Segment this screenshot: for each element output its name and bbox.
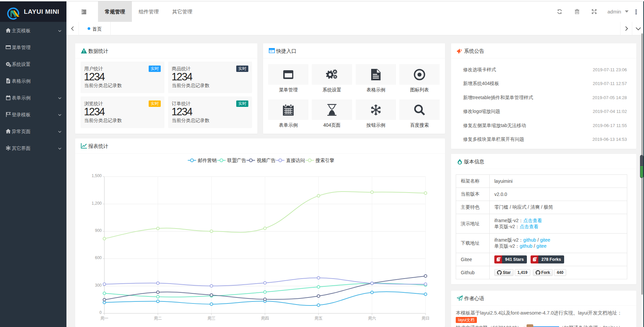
svg-text:周四: 周四 [261, 316, 269, 321]
svg-text:600: 600 [95, 255, 102, 260]
svg-text:周三: 周三 [207, 316, 215, 321]
svg-text:900: 900 [95, 228, 102, 233]
svg-text:直接访问: 直接访问 [286, 158, 305, 163]
svg-text:周六: 周六 [368, 316, 376, 321]
svg-text:周二: 周二 [154, 316, 162, 321]
svg-text:1,500: 1,500 [92, 173, 102, 178]
svg-text:视频广告: 视频广告 [257, 158, 276, 163]
svg-text:联盟广告: 联盟广告 [227, 158, 246, 163]
svg-text:周一: 周一 [100, 316, 108, 321]
svg-text:300: 300 [95, 283, 102, 288]
svg-text:搜索引擎: 搜索引擎 [315, 158, 334, 163]
svg-text:0: 0 [99, 310, 102, 315]
svg-text:周日: 周日 [422, 316, 430, 321]
svg-text:1,200: 1,200 [92, 201, 102, 206]
svg-text:周五: 周五 [314, 316, 323, 321]
svg-text:邮件营销: 邮件营销 [198, 158, 217, 163]
